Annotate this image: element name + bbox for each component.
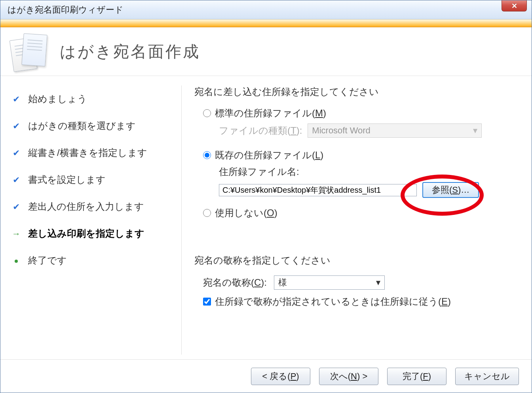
step-item: ✔差出人の住所を入力します — [11, 193, 173, 220]
close-button[interactable]: ✕ — [502, 0, 527, 11]
step-list: ✔始めましょう ✔はがきの種類を選びます ✔縦書き/横書きを指定します ✔書式を… — [11, 85, 182, 355]
honorific-label: 宛名の敬称(C): — [203, 276, 267, 289]
body: ✔始めましょう ✔はがきの種類を選びます ✔縦書き/横書きを指定します ✔書式を… — [0, 76, 532, 359]
step-item: 終了です — [11, 247, 173, 274]
follow-addressbook-checkbox[interactable] — [203, 298, 211, 306]
section-heading-addressbook: 宛名に差し込む住所録を指定してください — [194, 85, 521, 98]
radio-none[interactable]: 使用しない(O) — [203, 207, 521, 219]
check-icon: ✔ — [13, 148, 20, 158]
filetype-select: Microsoft Word ▾ — [308, 123, 482, 138]
check-icon: ✔ — [13, 202, 20, 212]
page-title: はがき宛名面作成 — [60, 41, 200, 63]
dot-icon — [15, 260, 18, 263]
footer: < 戻る(P) 次へ(N) > 完了(F) キャンセル — [0, 359, 532, 393]
radio-standard[interactable]: 標準の住所録ファイル(M) — [203, 107, 521, 120]
filetype-row: ファイルの種類(T): Microsoft Word ▾ — [203, 123, 521, 138]
radio-standard-input[interactable] — [203, 109, 211, 117]
file-path-input[interactable] — [219, 184, 417, 196]
radio-none-label: 使用しない(O) — [215, 207, 277, 219]
step-item: ✔縦書き/横書きを指定します — [11, 139, 173, 166]
radio-existing-label: 既存の住所録ファイル(L) — [215, 149, 323, 161]
addressbook-radio-group: 標準の住所録ファイル(M) ファイルの種類(T): Microsoft Word… — [194, 107, 521, 219]
radio-standard-label: 標準の住所録ファイル(M) — [215, 107, 326, 120]
finish-button[interactable]: 完了(F) — [387, 368, 446, 385]
step-item: ✔書式を設定します — [11, 166, 173, 193]
header: はがき宛名面作成 — [0, 27, 532, 76]
content-area: 宛名に差し込む住所録を指定してください 標準の住所録ファイル(M) ファイルの種… — [182, 85, 521, 355]
arrow-icon: → — [12, 229, 21, 239]
check-icon: ✔ — [13, 94, 20, 104]
follow-addressbook-label: 住所録で敬称が指定されているときは住所録に従う(E) — [215, 295, 451, 308]
chevron-down-icon: ▾ — [376, 277, 380, 288]
honorific-row: 宛名の敬称(C): 様 ▾ — [194, 275, 521, 290]
back-button[interactable]: < 戻る(P) — [251, 368, 310, 385]
ribbon-strip — [0, 19, 532, 27]
next-button[interactable]: 次へ(N) > — [319, 368, 378, 385]
window-title: はがき宛名面印刷ウィザード — [8, 4, 124, 16]
browse-button[interactable]: 参照(S)… — [422, 182, 479, 198]
postcard-icon — [9, 32, 50, 71]
radio-none-input[interactable] — [203, 209, 211, 217]
check-icon: ✔ — [13, 121, 20, 131]
follow-addressbook-row[interactable]: 住所録で敬称が指定されているときは住所録に従う(E) — [194, 295, 521, 308]
check-icon: ✔ — [13, 175, 20, 185]
close-icon: ✕ — [511, 2, 517, 10]
step-item: ✔始めましょう — [11, 85, 173, 112]
filetype-label: ファイルの種類(T): — [219, 124, 302, 137]
wizard-window: はがき宛名面印刷ウィザード ✕ はがき宛名面作成 ✔始めましょう ✔はがきの種類… — [0, 0, 532, 393]
honorific-select[interactable]: 様 ▾ — [274, 275, 385, 290]
chevron-down-icon: ▾ — [473, 125, 477, 136]
cancel-button[interactable]: キャンセル — [455, 368, 519, 385]
step-item: ✔はがきの種類を選びます — [11, 112, 173, 139]
radio-existing[interactable]: 既存の住所録ファイル(L) — [203, 149, 521, 161]
section-honorific: 宛名の敬称を指定してください 宛名の敬称(C): 様 ▾ 住所録で敬称が指定され… — [194, 254, 521, 308]
radio-existing-input[interactable] — [203, 151, 211, 159]
step-item-current: →差し込み印刷を指定します — [11, 220, 173, 247]
file-row: 参照(S)… — [203, 182, 521, 198]
titlebar: はがき宛名面印刷ウィザード ✕ — [0, 0, 532, 19]
section-heading-honorific: 宛名の敬称を指定してください — [194, 254, 521, 267]
file-label: 住所録ファイル名: — [203, 165, 521, 178]
